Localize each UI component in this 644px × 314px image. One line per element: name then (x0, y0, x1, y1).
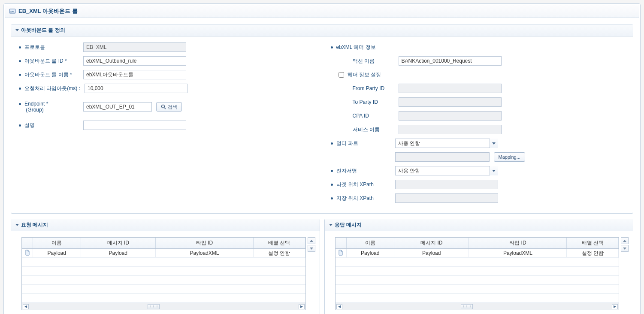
header-icon-col (22, 238, 33, 248)
section-title-def: 아웃바운드 룰 정의 (21, 27, 65, 34)
xml-icon: XML (9, 8, 16, 15)
header-deploy[interactable]: 배열 선택 (254, 238, 305, 248)
def-left-col: 프로토콜 아웃바운드 룰 ID * 아웃바운드 룰 이름 * 요청처리 (19, 42, 314, 207)
caret-down-icon (15, 29, 19, 31)
svg-text:XML: XML (10, 10, 15, 13)
header-typeid[interactable]: 타입 ID (469, 238, 567, 248)
table-row-empty (336, 294, 619, 303)
table-row-empty (22, 285, 305, 294)
header-deploy[interactable]: 배열 선택 (567, 238, 619, 248)
section-header-response[interactable]: 응답 메시지 (325, 219, 633, 231)
header-name[interactable]: 이름 (347, 238, 395, 248)
input-from-party (399, 84, 502, 93)
input-action-name[interactable] (399, 56, 502, 66)
move-up-button[interactable] (621, 237, 629, 244)
header-msgid[interactable]: 메시지 ID (81, 238, 156, 248)
response-table: 이름 메시지 ID 타입 ID 배열 선택 Payload Pa (335, 237, 620, 310)
input-timeout[interactable] (85, 84, 187, 93)
search-icon (161, 104, 166, 109)
table-row[interactable]: Payload Payload PayloadXML 설정 안함 (336, 249, 619, 258)
label-from-party: From Party ID (353, 85, 385, 91)
request-table-body: Payload Payload PayloadXML 설정 안함 (22, 249, 305, 303)
move-down-button[interactable] (621, 245, 629, 252)
table-row[interactable]: Payload Payload PayloadXML 설정 안함 (22, 249, 305, 258)
input-desc[interactable] (83, 121, 186, 130)
section-response-message: 응답 메시지 이름 메시지 ID 타입 ID 배열 선택 (324, 219, 634, 314)
select-multipart-value[interactable] (395, 139, 498, 148)
request-table: 이름 메시지 ID 타입 ID 배열 선택 Payload Pa (21, 237, 306, 310)
bullet-icon (331, 197, 333, 199)
header-icon-col (336, 238, 347, 248)
table-row-empty (22, 294, 305, 303)
scroll-right-icon[interactable]: ▶ (612, 304, 618, 309)
label-endpoint-line1: Endpoint * (24, 101, 48, 107)
select-signature-value[interactable] (395, 166, 498, 175)
input-endpoint[interactable] (83, 102, 152, 112)
page-title-text: EB_XML 아웃바운드 룰 (18, 7, 78, 15)
cell-msgid: Payload (394, 249, 469, 257)
header-name[interactable]: 이름 (33, 238, 81, 248)
section-header-request[interactable]: 요청 메시지 (11, 219, 320, 231)
mapping-button[interactable]: Mapping... (494, 152, 525, 162)
move-up-button[interactable] (308, 237, 315, 244)
content-area: 아웃바운드 룰 정의 프로토콜 아웃바운드 룰 ID * (5, 18, 639, 314)
checkbox-header-cfg[interactable] (339, 72, 344, 78)
move-down-button[interactable] (308, 245, 315, 252)
bullet-icon (19, 124, 21, 127)
page-container: XML EB_XML 아웃바운드 룰 아웃바운드 룰 정의 프로토콜 (3, 3, 641, 314)
scroll-right-icon[interactable]: ▶ (299, 304, 305, 309)
label-header-cfg: 헤더 정보 설정 (348, 71, 381, 78)
cell-deploy: 설정 안함 (254, 249, 305, 258)
label-cpa-id: CPA ID (353, 113, 369, 119)
search-endpoint-button[interactable]: 검색 (156, 102, 182, 112)
input-save-xpath (395, 193, 498, 203)
chevron-down-icon[interactable] (490, 139, 498, 148)
label-desc: 설명 (24, 122, 35, 129)
input-to-party (399, 97, 502, 107)
input-rule-id[interactable] (83, 56, 186, 66)
scroll-left-icon[interactable]: ◀ (336, 304, 342, 309)
label-service-name: 서비스 이름 (353, 126, 380, 133)
header-msgid[interactable]: 메시지 ID (394, 238, 469, 248)
input-target-xpath (395, 180, 498, 189)
input-service-name (399, 125, 502, 134)
scroll-left-icon[interactable]: ◀ (23, 304, 29, 309)
label-multipart: 멀티 파트 (336, 140, 358, 147)
horizontal-scrollbar[interactable]: ◀ ⋮⋮⋮ ▶ (22, 303, 305, 310)
header-typeid[interactable]: 타입 ID (156, 238, 254, 248)
horizontal-scrollbar[interactable]: ◀ ⋮⋮⋮ ▶ (336, 303, 619, 310)
chevron-down-icon[interactable] (490, 166, 498, 175)
scroll-thumb[interactable]: ⋮⋮⋮ (461, 304, 473, 309)
input-protocol (83, 42, 186, 52)
label-rule-name: 아웃바운드 룰 이름 * (24, 71, 72, 78)
input-rule-name[interactable] (83, 70, 186, 79)
cell-name: Payload (33, 249, 81, 257)
table-row-empty (336, 258, 619, 267)
scroll-thumb[interactable]: ⋮⋮⋮ (148, 304, 160, 309)
bullet-icon (19, 46, 21, 48)
bullet-icon (19, 74, 21, 76)
section-title-request: 요청 메시지 (21, 221, 48, 229)
cell-typeid: PayloadXML (469, 249, 567, 257)
table-row-empty (22, 267, 305, 276)
table-row-empty (336, 267, 619, 276)
select-signature[interactable] (395, 166, 498, 175)
section-outbound-rule-def: 아웃바운드 룰 정의 프로토콜 아웃바운드 룰 ID * (11, 24, 633, 214)
select-multipart[interactable] (395, 139, 498, 148)
svg-line-3 (164, 108, 166, 109)
table-row-empty (336, 285, 619, 294)
label-endpoint-line2: (Group) (26, 107, 43, 113)
response-table-body: Payload Payload PayloadXML 설정 안함 (336, 249, 619, 303)
def-right-col: ebXML 헤더 정보 액션 이름 헤더 정보 설정 (331, 42, 626, 207)
table-row-empty (336, 276, 619, 285)
section-header-def[interactable]: 아웃바운드 룰 정의 (11, 24, 633, 36)
label-action-name: 액션 이름 (353, 57, 375, 65)
svg-point-2 (162, 105, 165, 108)
label-target-xpath: 타겟 위치 XPath (336, 181, 374, 188)
cell-deploy: 설정 안함 (567, 249, 619, 258)
bullet-icon (19, 88, 21, 90)
label-save-xpath: 저장 위치 XPath (336, 195, 374, 202)
bullet-icon (19, 103, 21, 105)
document-icon (336, 249, 347, 258)
message-panels: 요청 메시지 이름 메시지 ID 타입 ID 배열 선택 (11, 219, 633, 314)
